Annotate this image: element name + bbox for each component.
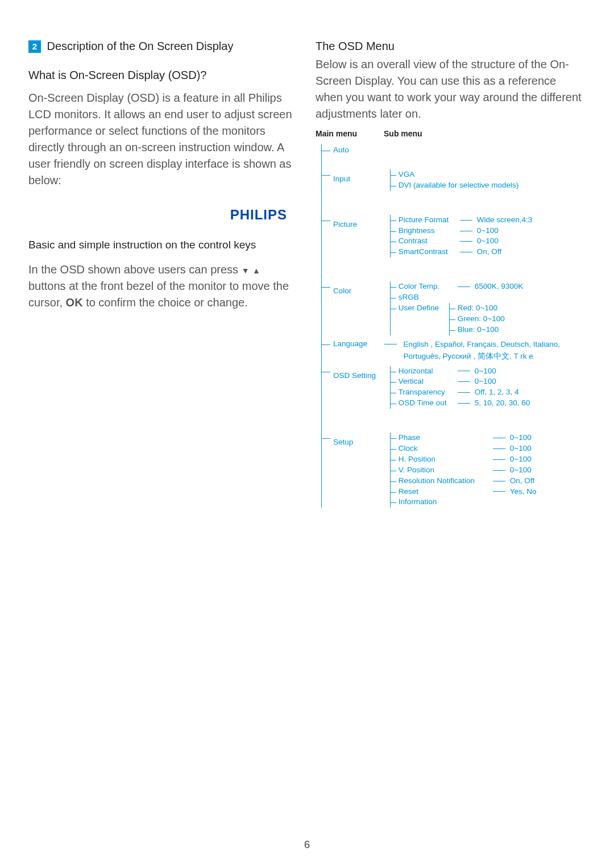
menu-label-auto: Auto <box>333 145 384 156</box>
control-keys-body: In the OSD shown above users can press ▼… <box>28 261 298 311</box>
menu-item-color: Color Color Temp.6500K, 9300K sRGB User … <box>322 281 586 335</box>
sub-item-contrast: Contrast0~100 <box>391 236 533 247</box>
sub-item-user-define: User Define Red: 0~100 Green: 0~100 Blue… <box>391 303 524 335</box>
sub-item-information: Information <box>391 497 537 508</box>
philips-logo: PHILIPS <box>28 207 287 223</box>
osd-menu-heading: The OSD Menu <box>316 40 586 53</box>
sub-item-transparency: TransparencyOff, 1, 2, 3, 4 <box>391 387 530 398</box>
sub-item-clock: Clock0~100 <box>391 443 537 454</box>
header-main-menu: Main menu <box>316 129 384 138</box>
what-is-osd-heading: What is On-Screen Display (OSD)? <box>28 69 298 82</box>
control-text-1: In the OSD shown above users can press <box>28 263 242 276</box>
sub-item-reset: ResetYes, No <box>391 487 537 497</box>
language-values-line2: Português, Русский , 简体中文, T rk e <box>404 352 533 360</box>
osd-menu-tree: Auto Input VGA DVI (available for select… <box>316 144 586 508</box>
osd-menu-body: Below is an overall view of the structur… <box>316 56 586 122</box>
down-triangle-icon: ▼ <box>242 266 250 275</box>
sub-item-srgb: sRGB <box>391 292 524 303</box>
sub-item-dvi: DVI (available for selective models) <box>391 180 519 191</box>
sub-item-smartcontrast: SmartContrastOn, Off <box>391 247 533 258</box>
menu-label-setup: Setup <box>333 433 384 448</box>
up-triangle-icon: ▲ <box>252 266 260 275</box>
sub-item-resolution-notif: Resolution NotificationOn, Off <box>391 476 537 487</box>
sub-item-vga: VGA <box>391 169 519 180</box>
control-text-3: to confirm the choice or change. <box>83 296 248 309</box>
menu-item-osd-setting: OSD Setting Horizontal0~100 Vertical0~10… <box>322 366 586 409</box>
sub-item-horizontal: Horizontal0~100 <box>391 366 530 377</box>
what-is-osd-body: On-Screen Display (OSD) is a feature in … <box>28 90 298 189</box>
menu-label-osd-setting: OSD Setting <box>333 366 384 381</box>
control-keys-heading: Basic and simple instruction on the cont… <box>28 239 298 251</box>
menu-label-color: Color <box>333 281 384 297</box>
menu-item-input: Input VGA DVI (available for selective m… <box>322 169 586 191</box>
section-header: 2 Description of the On Screen Display <box>28 40 298 53</box>
sub-item-hposition: H. Position0~100 <box>391 454 537 465</box>
sub-item-brightness: Brightness0~100 <box>391 226 533 236</box>
ok-label: OK <box>66 296 83 309</box>
menu-item-setup: Setup Phase0~100 Clock0~100 H. Position0… <box>322 433 586 508</box>
section-number-badge: 2 <box>28 40 41 53</box>
sub-item-osd-timeout: OSD Time out5, 10, 20, 30, 60 <box>391 398 530 409</box>
menu-label-picture: Picture <box>333 215 384 230</box>
language-values-line1: English , Español, Français, Deutsch, It… <box>404 340 560 348</box>
sub-item-color-temp: Color Temp.6500K, 9300K <box>391 281 524 292</box>
page-number: 6 <box>0 839 614 851</box>
section-title: Description of the On Screen Display <box>47 40 233 52</box>
header-sub-menu: Sub menu <box>384 129 422 138</box>
sub-item-red: Red: 0~100 <box>450 303 505 314</box>
menu-column-headers: Main menu Sub menu <box>316 129 586 138</box>
sub-item-blue: Blue: 0~100 <box>450 325 505 335</box>
menu-item-picture: Picture Picture FormatWide screen,4:3 Br… <box>322 215 586 258</box>
sub-item-picture-format: Picture FormatWide screen,4:3 <box>391 215 533 226</box>
sub-item-vposition: V. Position0~100 <box>391 465 537 476</box>
sub-item-vertical: Vertical0~100 <box>391 376 530 387</box>
sub-item-phase: Phase0~100 <box>391 433 537 443</box>
menu-item-language: Language English , Español, Français, De… <box>322 339 586 363</box>
sub-item-green: Green: 0~100 <box>450 314 505 325</box>
menu-item-auto: Auto <box>322 145 586 156</box>
menu-label-input: Input <box>333 169 384 185</box>
menu-label-language: Language <box>333 339 384 350</box>
